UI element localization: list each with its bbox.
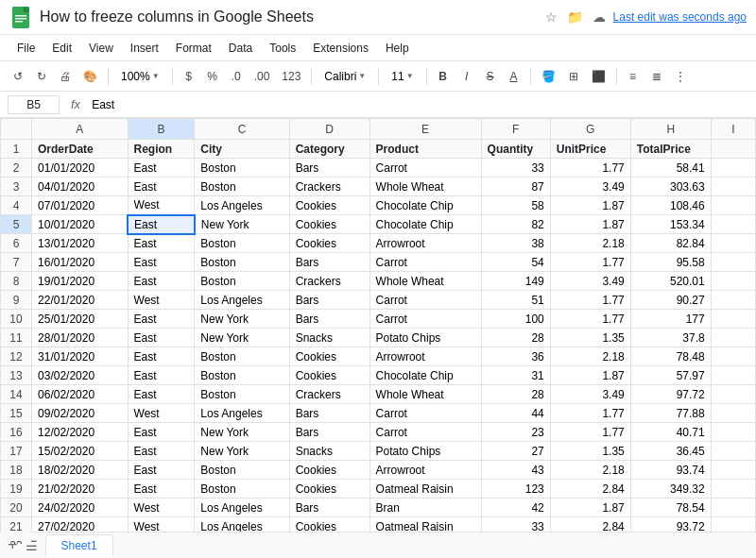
cell-b-12[interactable]: East: [128, 347, 195, 366]
cell-f-9[interactable]: 51: [481, 291, 550, 310]
cell-b-10[interactable]: East: [128, 310, 195, 329]
cell-i-2[interactable]: [711, 159, 755, 178]
col-header-i[interactable]: I: [711, 119, 755, 140]
cell-c-8[interactable]: Boston: [195, 272, 289, 291]
cell-d-7[interactable]: Bars: [289, 253, 369, 272]
cell-i-19[interactable]: [711, 480, 755, 499]
cell-a-16[interactable]: 12/02/2020: [32, 423, 128, 442]
currency-button[interactable]: $: [179, 66, 199, 87]
cell-i-7[interactable]: [711, 253, 755, 272]
cell-e-6[interactable]: Arrowroot: [369, 234, 481, 253]
cell-e-13[interactable]: Chocolate Chip: [369, 366, 481, 385]
header-region[interactable]: Region: [128, 140, 195, 159]
menu-data[interactable]: Data: [221, 39, 260, 58]
cell-h-17[interactable]: 36.45: [630, 442, 711, 461]
menu-file[interactable]: File: [9, 39, 43, 58]
fill-color-button[interactable]: 🪣: [537, 66, 560, 87]
cell-d-9[interactable]: Bars: [289, 291, 369, 310]
cell-i-3[interactable]: [711, 178, 755, 196]
cell-a-17[interactable]: 15/02/2020: [32, 442, 128, 461]
cell-g-15[interactable]: 1.77: [550, 404, 630, 423]
cell-h-3[interactable]: 303.63: [630, 178, 711, 196]
cell-f-3[interactable]: 87: [481, 178, 550, 196]
format-number-button[interactable]: 123: [277, 66, 305, 87]
header-product[interactable]: Product: [369, 140, 481, 159]
italic-button[interactable]: I: [456, 66, 477, 87]
cloud-icon[interactable]: ☁: [593, 9, 606, 25]
cell-h-7[interactable]: 95.58: [630, 253, 711, 272]
cell-g-8[interactable]: 3.49: [550, 272, 630, 291]
cell-i-9[interactable]: [711, 291, 755, 310]
cell-e-7[interactable]: Carrot: [369, 253, 481, 272]
cell-d-18[interactable]: Cookies: [289, 461, 369, 480]
cell-a-5[interactable]: 10/01/2020: [32, 215, 128, 234]
cell-e-15[interactable]: Carrot: [369, 404, 481, 423]
cell-f-11[interactable]: 28: [481, 329, 550, 347]
cell-g-17[interactable]: 1.35: [550, 442, 630, 461]
cell-a-9[interactable]: 22/01/2020: [32, 291, 128, 310]
cell-g-13[interactable]: 1.87: [550, 366, 630, 385]
cell-d-11[interactable]: Snacks: [289, 329, 369, 347]
cell-e-2[interactable]: Carrot: [369, 159, 481, 178]
col-header-e[interactable]: E: [369, 119, 481, 140]
cell-b-11[interactable]: East: [128, 329, 195, 347]
cell-f-7[interactable]: 54: [481, 253, 550, 272]
menu-format[interactable]: Format: [168, 39, 219, 58]
cell-f-16[interactable]: 23: [481, 423, 550, 442]
cell-e-8[interactable]: Whole Wheat: [369, 272, 481, 291]
cell-g-6[interactable]: 2.18: [550, 234, 630, 253]
cell-b-3[interactable]: East: [128, 178, 195, 196]
cell-g-7[interactable]: 1.77: [550, 253, 630, 272]
cell-b-15[interactable]: West: [128, 404, 195, 423]
cell-d-14[interactable]: Crackers: [289, 385, 369, 404]
cell-e-19[interactable]: Oatmeal Raisin: [369, 480, 481, 499]
cell-d-2[interactable]: Bars: [289, 159, 369, 178]
menu-edit[interactable]: Edit: [44, 39, 79, 58]
cell-h-11[interactable]: 37.8: [630, 329, 711, 347]
cell-g-20[interactable]: 1.87: [550, 499, 630, 517]
cell-i-13[interactable]: [711, 366, 755, 385]
cell-h-8[interactable]: 520.01: [630, 272, 711, 291]
cell-d-6[interactable]: Cookies: [289, 234, 369, 253]
text-color-button[interactable]: A: [504, 66, 524, 87]
cell-e-11[interactable]: Potato Chips: [369, 329, 481, 347]
menu-extensions[interactable]: Extensions: [305, 39, 376, 58]
cell-h-13[interactable]: 57.97: [630, 366, 711, 385]
cell-i-12[interactable]: [711, 347, 755, 366]
cell-b-19[interactable]: East: [128, 480, 195, 499]
cell-i-4[interactable]: [711, 196, 755, 215]
cell-i-14[interactable]: [711, 385, 755, 404]
cell-f-5[interactable]: 82: [481, 215, 550, 234]
paintformat-button[interactable]: 🎨: [78, 66, 102, 87]
cell-i-6[interactable]: [711, 234, 755, 253]
cell-i-11[interactable]: [711, 329, 755, 347]
cell-b-13[interactable]: East: [128, 366, 195, 385]
cell-g-9[interactable]: 1.77: [550, 291, 630, 310]
cell-g-4[interactable]: 1.87: [550, 196, 630, 215]
cell-i-8[interactable]: [711, 272, 755, 291]
menu-help[interactable]: Help: [378, 39, 417, 58]
cell-i-10[interactable]: [711, 310, 755, 329]
cell-d-8[interactable]: Crackers: [289, 272, 369, 291]
cell-h-12[interactable]: 78.48: [630, 347, 711, 366]
cell-f-14[interactable]: 28: [481, 385, 550, 404]
cell-f-2[interactable]: 33: [481, 159, 550, 178]
cell-h-2[interactable]: 58.41: [630, 159, 711, 178]
cell-b-4[interactable]: West: [128, 196, 195, 215]
col-header-c[interactable]: C: [195, 119, 289, 140]
cell-g-5[interactable]: 1.87: [550, 215, 630, 234]
cell-f-8[interactable]: 149: [481, 272, 550, 291]
cell-i-5[interactable]: [711, 215, 755, 234]
cell-c-16[interactable]: New York: [195, 423, 289, 442]
cell-b-8[interactable]: East: [128, 272, 195, 291]
zoom-dropdown[interactable]: 100% ▼: [114, 67, 166, 86]
cell-a-14[interactable]: 06/02/2020: [32, 385, 128, 404]
cell-b-7[interactable]: East: [128, 253, 195, 272]
print-button[interactable]: 🖨: [55, 66, 76, 87]
cell-f-6[interactable]: 38: [481, 234, 550, 253]
cell-d-19[interactable]: Cookies: [289, 480, 369, 499]
cell-a-20[interactable]: 24/02/2020: [32, 499, 128, 517]
cell-b-17[interactable]: East: [128, 442, 195, 461]
bold-button[interactable]: B: [433, 66, 454, 87]
document-title[interactable]: How to freeze columns in Google Sheets: [40, 8, 530, 25]
